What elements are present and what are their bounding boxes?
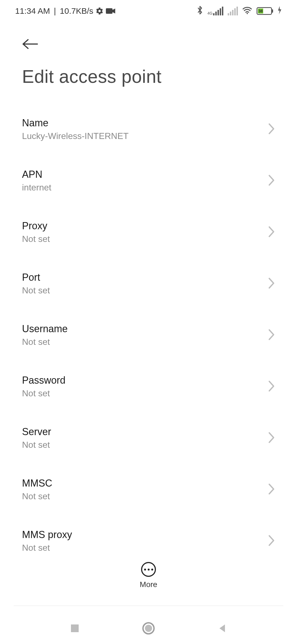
row-value: Not set [22, 543, 72, 553]
more-icon [141, 562, 156, 577]
row-value: Lucky-Wireless-INTERNET [22, 131, 129, 141]
row-port[interactable]: Port Not set [22, 258, 275, 309]
app-bar: Edit access point [0, 22, 297, 103]
chevron-right-icon [268, 174, 275, 187]
row-label: Port [22, 272, 50, 283]
chevron-right-icon [268, 123, 275, 136]
signal-4g-label: 4G [207, 11, 213, 15]
system-nav-bar [0, 614, 297, 644]
nav-recent-button[interactable] [69, 623, 80, 635]
row-value: Not set [22, 285, 50, 296]
status-time: 11:34 AM [15, 6, 50, 16]
charging-icon [277, 6, 282, 16]
signal-bars-disabled-icon [228, 7, 238, 15]
row-text: Proxy Not set [22, 220, 50, 244]
row-value: Not set [22, 491, 52, 501]
row-label: Password [22, 375, 65, 386]
chevron-right-icon [268, 329, 275, 342]
more-menu[interactable]: More [0, 562, 297, 589]
row-text: Server Not set [22, 426, 51, 450]
status-left: 11:34 AM | 10.7KB/s [15, 6, 115, 16]
arrow-left-icon [22, 39, 38, 50]
battery-icon: 38 [257, 7, 273, 15]
svg-rect-3 [71, 624, 79, 632]
chevron-right-icon [268, 483, 275, 496]
row-value: Not set [22, 388, 65, 399]
row-text: Name Lucky-Wireless-INTERNET [22, 117, 129, 141]
nav-home-button[interactable] [142, 621, 155, 636]
signal-bars-icon [213, 7, 223, 15]
row-mmsc[interactable]: MMSC Not set [22, 464, 275, 515]
row-text: APN internet [22, 169, 51, 193]
row-text: MMS proxy Not set [22, 529, 72, 553]
row-text: Port Not set [22, 272, 50, 296]
row-label: Proxy [22, 220, 50, 232]
row-apn[interactable]: APN internet [22, 155, 275, 206]
chevron-right-icon [268, 380, 275, 393]
signal-sim1: 4G [207, 7, 223, 15]
row-label: Server [22, 426, 51, 438]
row-name[interactable]: Name Lucky-Wireless-INTERNET [22, 103, 275, 155]
row-username[interactable]: Username Not set [22, 309, 275, 361]
row-text: Password Not set [22, 375, 65, 399]
chevron-right-icon [268, 534, 275, 548]
row-value: Not set [22, 337, 68, 347]
row-server[interactable]: Server Not set [22, 412, 275, 464]
status-separator: | [54, 6, 56, 16]
svg-point-5 [145, 625, 152, 632]
gear-icon [95, 7, 104, 15]
row-value: Not set [22, 234, 50, 244]
chevron-right-icon [268, 277, 275, 290]
row-value: Not set [22, 440, 51, 450]
row-label: MMS proxy [22, 529, 72, 541]
row-proxy[interactable]: Proxy Not set [22, 206, 275, 258]
signal-sim2 [228, 7, 238, 15]
status-net-speed: 10.7KB/s [60, 6, 94, 16]
settings-list: Name Lucky-Wireless-INTERNET APN interne… [0, 103, 297, 567]
row-label: APN [22, 169, 51, 180]
row-label: Username [22, 323, 68, 335]
chevron-right-icon [268, 226, 275, 239]
row-text: MMSC Not set [22, 477, 52, 501]
bottom-divider [14, 605, 283, 606]
row-label: Name [22, 117, 129, 129]
nav-back-button[interactable] [217, 623, 228, 635]
status-right: 4G 38 [197, 6, 282, 17]
row-value: internet [22, 182, 51, 193]
row-password[interactable]: Password Not set [22, 361, 275, 412]
bluetooth-icon [197, 6, 203, 17]
more-label: More [140, 580, 157, 589]
row-label: MMSC [22, 477, 52, 489]
svg-rect-0 [106, 8, 112, 14]
chevron-right-icon [268, 432, 275, 445]
camera-icon [106, 8, 115, 14]
svg-point-1 [247, 13, 248, 14]
battery-percent: 38 [258, 9, 263, 13]
status-bar: 11:34 AM | 10.7KB/s 4G 38 [0, 0, 297, 22]
row-text: Username Not set [22, 323, 68, 347]
wifi-icon [242, 6, 252, 16]
back-button[interactable] [11, 33, 50, 55]
page-title: Edit access point [11, 55, 286, 103]
